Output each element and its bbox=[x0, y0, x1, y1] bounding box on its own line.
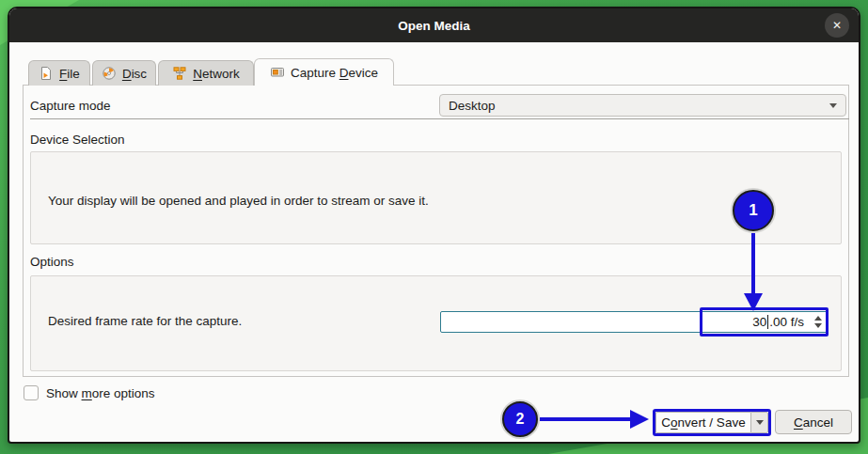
spin-up-icon[interactable] bbox=[814, 316, 822, 321]
close-button[interactable]: ✕ bbox=[825, 13, 849, 38]
device-selection-heading: Device Selection bbox=[30, 133, 125, 147]
capture-mode-label: Capture mode bbox=[30, 99, 111, 113]
disc-icon bbox=[102, 66, 117, 81]
convert-save-button[interactable]: Convert / Save bbox=[655, 412, 750, 433]
chevron-down-icon bbox=[829, 103, 837, 108]
cancel-button[interactable]: Cancel bbox=[775, 410, 852, 434]
capture-mode-dropdown[interactable]: Desktop bbox=[439, 94, 846, 117]
frame-rate-label: Desired frame rate for the capture. bbox=[48, 314, 242, 328]
close-icon: ✕ bbox=[832, 19, 842, 32]
network-icon bbox=[172, 66, 187, 81]
tab-file[interactable]: File bbox=[28, 60, 90, 86]
device-selection-group: Your display will be opened and played i… bbox=[30, 151, 842, 244]
annotation-arrow-2-head bbox=[630, 410, 649, 429]
open-media-dialog: Open Media ✕ File Disc Network bbox=[8, 7, 860, 444]
tab-label: Network bbox=[193, 67, 240, 81]
window-title: Open Media bbox=[398, 19, 470, 33]
show-more-options-checkbox[interactable] bbox=[24, 385, 39, 400]
chevron-down-icon bbox=[756, 420, 764, 425]
tab-label: Capture Device bbox=[291, 66, 378, 80]
tab-network[interactable]: Network bbox=[158, 60, 254, 86]
titlebar: Open Media ✕ bbox=[9, 8, 859, 42]
capture-device-icon bbox=[270, 65, 285, 80]
convert-save-dropdown-button[interactable] bbox=[750, 412, 768, 433]
annotation-arrow-2-line bbox=[540, 417, 631, 421]
spin-down-icon[interactable] bbox=[814, 323, 822, 328]
capture-mode-value: Desktop bbox=[449, 99, 496, 113]
tab-label: File bbox=[59, 67, 80, 81]
spinner-buttons bbox=[814, 312, 822, 332]
options-heading: Options bbox=[30, 255, 74, 269]
tab-disc[interactable]: Disc bbox=[92, 60, 156, 86]
show-more-options-label[interactable]: Show more options bbox=[46, 386, 155, 400]
file-icon bbox=[39, 66, 54, 81]
tab-capture-device[interactable]: Capture Device bbox=[254, 58, 394, 86]
annotation-step-2: 2 bbox=[502, 401, 538, 437]
frame-rate-value: 30.00 f/s bbox=[752, 315, 804, 329]
frame-rate-spinbox[interactable]: 30.00 f/s bbox=[440, 311, 828, 333]
tab-label: Disc bbox=[122, 67, 147, 81]
section-separator bbox=[30, 118, 849, 119]
convert-save-highlight: Convert / Save bbox=[653, 409, 771, 436]
device-selection-message: Your display will be opened and played i… bbox=[48, 194, 429, 208]
